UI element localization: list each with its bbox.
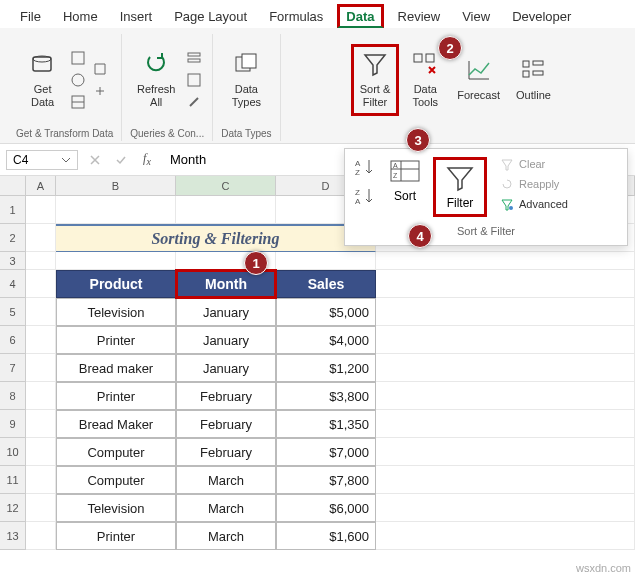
watermark: wsxdn.com	[576, 562, 631, 574]
queries-icon[interactable]	[185, 49, 203, 67]
forecast-button[interactable]: Forecast	[451, 53, 506, 106]
refresh-all-button[interactable]: Refresh All	[131, 47, 182, 113]
name-box[interactable]: C4	[6, 150, 78, 170]
row-header[interactable]: 3	[0, 252, 26, 270]
select-all-corner[interactable]	[0, 176, 26, 195]
row-header[interactable]: 9	[0, 410, 26, 438]
cell-product[interactable]: Bread maker	[56, 354, 176, 382]
table-row: 5 Television January $5,000	[0, 298, 635, 326]
menu-formulas[interactable]: Formulas	[259, 5, 333, 28]
row-header[interactable]: 10	[0, 438, 26, 466]
data-tools-button[interactable]: Data Tools	[403, 47, 447, 113]
menu-data[interactable]: Data	[337, 4, 383, 28]
ribbon: Get Data Get & Transform Data Refresh Al…	[0, 28, 635, 144]
dropdown-group-label: Sort & Filter	[353, 225, 619, 237]
cell-month[interactable]: February	[176, 382, 276, 410]
cell-sales[interactable]: $4,000	[276, 326, 376, 354]
cell-month[interactable]: February	[176, 438, 276, 466]
cell-product[interactable]: Printer	[56, 382, 176, 410]
cell-sales[interactable]: $3,800	[276, 382, 376, 410]
svg-rect-4	[72, 96, 84, 108]
header-month[interactable]: Month	[176, 270, 276, 298]
row-header[interactable]: 11	[0, 466, 26, 494]
menu-page-layout[interactable]: Page Layout	[164, 5, 257, 28]
formula-input[interactable]: Month	[164, 152, 206, 167]
cell-product[interactable]: Printer	[56, 326, 176, 354]
cell-sales[interactable]: $1,600	[276, 522, 376, 550]
row-header[interactable]: 7	[0, 354, 26, 382]
row-header[interactable]: 5	[0, 298, 26, 326]
cell-month[interactable]: February	[176, 410, 276, 438]
from-web-icon[interactable]	[69, 71, 87, 89]
accept-icon[interactable]	[112, 151, 130, 169]
cell-product[interactable]: Television	[56, 298, 176, 326]
cell-product[interactable]: Computer	[56, 466, 176, 494]
cell-sales[interactable]: $1,350	[276, 410, 376, 438]
cell-month[interactable]: January	[176, 298, 276, 326]
svg-point-1	[33, 56, 51, 62]
svg-rect-16	[533, 71, 543, 75]
menu-home[interactable]: Home	[53, 5, 108, 28]
svg-rect-15	[533, 61, 543, 65]
menu-insert[interactable]: Insert	[110, 5, 163, 28]
svg-rect-12	[426, 54, 434, 62]
header-product[interactable]: Product	[56, 270, 176, 298]
menu-developer[interactable]: Developer	[502, 5, 581, 28]
cell-month[interactable]: January	[176, 326, 276, 354]
row-header[interactable]: 13	[0, 522, 26, 550]
fx-icon[interactable]: fx	[138, 151, 156, 169]
menu-view[interactable]: View	[452, 5, 500, 28]
col-C[interactable]: C	[176, 176, 276, 195]
get-data-button[interactable]: Get Data	[21, 47, 65, 113]
cell-sales[interactable]: $1,200	[276, 354, 376, 382]
menu-review[interactable]: Review	[388, 5, 451, 28]
cell-product[interactable]: Television	[56, 494, 176, 522]
clear-icon	[499, 157, 515, 171]
existing-conn-icon[interactable]	[91, 82, 109, 100]
cell-month[interactable]: March	[176, 466, 276, 494]
cell-month[interactable]: March	[176, 494, 276, 522]
data-types-button[interactable]: Data Types	[224, 47, 268, 113]
cell-product[interactable]: Computer	[56, 438, 176, 466]
cell-month[interactable]: March	[176, 522, 276, 550]
svg-text:A: A	[355, 159, 361, 168]
sort-az-icon[interactable]: AZ	[353, 157, 377, 180]
row-header[interactable]: 8	[0, 382, 26, 410]
table-row: 13 Printer March $1,600	[0, 522, 635, 550]
sort-filter-button[interactable]: Sort & Filter	[351, 44, 400, 116]
cell-sales[interactable]: $6,000	[276, 494, 376, 522]
row-header[interactable]: 1	[0, 196, 26, 224]
row-header[interactable]: 12	[0, 494, 26, 522]
row-header[interactable]: 2	[0, 224, 26, 252]
header-sales[interactable]: Sales	[276, 270, 376, 298]
recent-sources-icon[interactable]	[91, 60, 109, 78]
menu-bar: File Home Insert Page Layout Formulas Da…	[0, 0, 635, 28]
sheet-title: Sorting & Filtering	[56, 224, 376, 252]
cell-sales[interactable]: $7,800	[276, 466, 376, 494]
outline-button[interactable]: Outline	[510, 53, 557, 106]
row-header[interactable]: 6	[0, 326, 26, 354]
properties-icon[interactable]	[185, 71, 203, 89]
menu-file[interactable]: File	[10, 5, 51, 28]
edit-links-icon[interactable]	[185, 93, 203, 111]
filter-button[interactable]: Filter	[433, 157, 487, 217]
group-data-types: Data Types Data Types	[213, 34, 280, 141]
cell-sales[interactable]: $5,000	[276, 298, 376, 326]
group-get-transform: Get Data Get & Transform Data	[8, 34, 122, 141]
from-range-icon[interactable]	[69, 93, 87, 111]
col-B[interactable]: B	[56, 176, 176, 195]
cell-product[interactable]: Bread Maker	[56, 410, 176, 438]
sort-button[interactable]: AZ Sort	[389, 157, 421, 203]
cancel-icon[interactable]	[86, 151, 104, 169]
table-row: 6 Printer January $4,000	[0, 326, 635, 354]
col-A[interactable]: A	[26, 176, 56, 195]
advanced-icon	[499, 197, 515, 211]
cell-sales[interactable]: $7,000	[276, 438, 376, 466]
sort-za-icon[interactable]: ZA	[353, 186, 377, 209]
advanced-filter[interactable]: Advanced	[499, 197, 568, 211]
row-header[interactable]: 4	[0, 270, 26, 298]
from-text-icon[interactable]	[69, 49, 87, 67]
cell-month[interactable]: January	[176, 354, 276, 382]
cell-product[interactable]: Printer	[56, 522, 176, 550]
funnel-icon	[444, 164, 476, 192]
